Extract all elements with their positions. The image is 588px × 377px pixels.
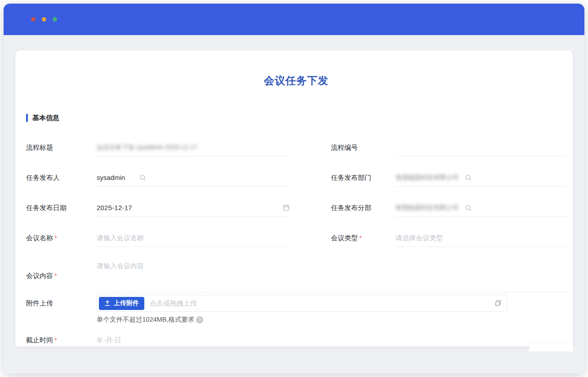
meeting-content-label: 会议内容* [26, 271, 97, 280]
upload-attachment-button[interactable]: 上传附件 [99, 297, 144, 310]
calendar-icon[interactable] [282, 204, 290, 211]
form-card: 会议任务下发 基本信息 流程标题 会议任务下发-sysadmin-2025-12… [15, 50, 573, 346]
search-icon[interactable] [465, 204, 472, 211]
meeting-name-field[interactable] [97, 229, 290, 247]
publish-dept-label: 任务发布部门 [331, 169, 396, 187]
upload-hint: 单个文件不超过1024MB,格式要求 ? [97, 315, 508, 324]
search-icon[interactable] [139, 174, 147, 181]
publish-branch-label: 任务发布分部 [331, 199, 396, 217]
basic-info-form: 流程标题 会议任务下发-sysadmin-2025-12-17 流程编号 [26, 139, 566, 346]
publish-branch-value: 智慧能源科技有限公司 [396, 204, 459, 212]
publish-branch-field[interactable]: 智慧能源科技有限公司 [396, 199, 566, 217]
publish-date-field[interactable]: 2025-12-17 [97, 199, 290, 217]
meeting-type-input[interactable] [396, 234, 566, 242]
meeting-type-field[interactable] [396, 229, 566, 247]
publish-date-value: 2025-12-17 [97, 204, 132, 211]
copy-icon[interactable] [494, 300, 502, 307]
upload-placeholder: 点击或拖拽上传 [150, 299, 197, 308]
form-row-3: 任务发布日期 2025-12-17 任务发布分部 智慧能源科技有限公司 [26, 199, 566, 217]
section-accent-bar [26, 114, 28, 122]
attachment-label: 附件上传 [26, 295, 97, 324]
section-title: 基本信息 [32, 114, 59, 122]
traffic-light-red-icon[interactable] [31, 17, 36, 22]
publish-date-label: 任务发布日期 [26, 199, 97, 217]
process-title-value: 会议任务下发-sysadmin-2025-12-17 [97, 144, 197, 152]
required-mark: * [54, 272, 57, 279]
meeting-name-label: 会议名称* [26, 229, 97, 247]
form-row-2: 任务发布人 sysadmin 任务发布部门 智慧能源科技有限公司 [26, 169, 566, 187]
footer-panel-edge [529, 343, 573, 351]
upload-icon [104, 300, 111, 306]
required-mark: * [54, 234, 57, 242]
meeting-content-textarea[interactable] [97, 259, 566, 292]
publisher-label: 任务发布人 [26, 169, 97, 187]
app-window: 会议任务下发 基本信息 流程标题 会议任务下发-sysadmin-2025-12… [4, 4, 584, 373]
form-row-meeting-content: 会议内容* [26, 259, 566, 292]
process-title-label: 流程标题 [26, 139, 97, 157]
form-row-attachment: 附件上传 上传附件 点击或拖拽上传 [26, 295, 566, 324]
publish-dept-value: 智慧能源科技有限公司 [396, 174, 459, 182]
deadline-input[interactable] [97, 336, 566, 344]
required-mark: * [54, 336, 57, 344]
traffic-light-green-icon[interactable] [53, 17, 57, 22]
form-row-4: 会议名称* 会议类型* [26, 229, 566, 247]
publisher-field[interactable]: sysadmin [97, 169, 290, 187]
process-title-field[interactable]: 会议任务下发-sysadmin-2025-12-17 [97, 139, 290, 157]
page-title: 会议任务下发 [26, 74, 566, 88]
section-basic-info: 基本信息 [26, 113, 566, 122]
form-row-deadline: 截止时间* [26, 331, 566, 346]
upload-dropzone[interactable]: 上传附件 点击或拖拽上传 [97, 295, 508, 312]
search-icon[interactable] [465, 174, 472, 181]
traffic-light-yellow-icon[interactable] [42, 17, 46, 22]
deadline-field[interactable] [97, 331, 566, 346]
required-mark: * [359, 234, 362, 242]
deadline-label: 截止时间* [26, 331, 97, 346]
meeting-content-field[interactable] [97, 259, 566, 292]
process-no-label: 流程编号 [331, 139, 396, 157]
meeting-name-input[interactable] [97, 234, 290, 242]
process-no-input[interactable] [396, 144, 566, 151]
publish-dept-field[interactable]: 智慧能源科技有限公司 [396, 169, 566, 187]
process-no-field[interactable] [396, 139, 566, 157]
publisher-value: sysadmin [97, 174, 125, 181]
window-titlebar [4, 4, 584, 35]
help-icon[interactable]: ? [196, 316, 203, 323]
form-row-1: 流程标题 会议任务下发-sysadmin-2025-12-17 流程编号 [26, 139, 566, 157]
meeting-type-label: 会议类型* [331, 229, 396, 247]
